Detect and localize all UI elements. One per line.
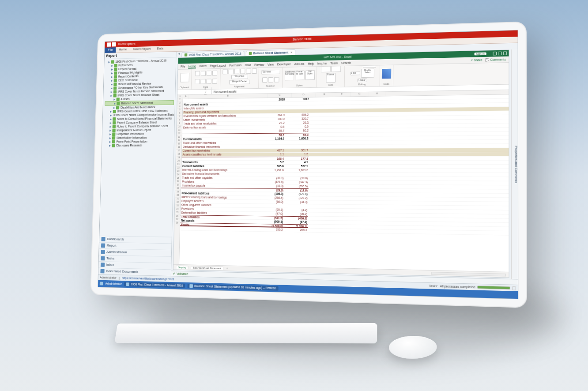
properties-panel-tab[interactable]: Properties and Comments xyxy=(511,49,518,279)
qa-save-icon[interactable] xyxy=(112,42,116,47)
folder-icon xyxy=(117,102,120,105)
doc-icon xyxy=(249,52,252,55)
name-box[interactable] xyxy=(177,92,202,92)
format-icon[interactable]: Format xyxy=(326,73,335,83)
folder-icon xyxy=(112,140,115,143)
doc-icon xyxy=(126,282,130,286)
excel-tab[interactable]: Team xyxy=(330,61,338,64)
col-header[interactable]: C xyxy=(268,94,292,98)
folder-icon xyxy=(114,75,117,79)
folder-icon xyxy=(113,125,116,128)
excel-tab[interactable]: Formulas xyxy=(230,64,242,67)
progress-bar xyxy=(477,286,510,289)
excel-tab[interactable]: Insert xyxy=(199,64,206,68)
taskbar-user: Administrator xyxy=(105,282,122,286)
folder-icon xyxy=(113,86,117,90)
cell-styles-icon[interactable]: Cell Styles xyxy=(305,71,315,80)
win-close-icon[interactable] xyxy=(503,52,507,55)
taskbar-button[interactable]: Balance Sheet Statement (updated 18 minu… xyxy=(188,284,279,291)
app-icon xyxy=(107,42,111,47)
table-row[interactable]: Total assets5.74.1 xyxy=(181,161,509,165)
nav-icon xyxy=(101,263,105,267)
doc-icon xyxy=(185,53,188,56)
folder-icon xyxy=(113,83,117,86)
folder-icon xyxy=(112,144,115,147)
folder-icon xyxy=(113,110,116,113)
status-url: https://cdmserver/disclosuremanagement xyxy=(122,276,174,281)
excel-tab[interactable]: Search xyxy=(341,61,351,64)
excel-tab[interactable]: Review xyxy=(254,63,264,66)
ideas-icon[interactable] xyxy=(382,69,391,79)
comments-button[interactable]: 💬 Comments xyxy=(485,58,506,62)
folder-icon xyxy=(114,68,117,71)
hscroll[interactable] xyxy=(431,272,506,276)
folder-icon xyxy=(113,117,116,121)
doc-icon xyxy=(190,284,193,288)
nav-icon xyxy=(101,243,105,248)
app-title: Server CDM xyxy=(293,37,312,41)
col-header[interactable]: G xyxy=(351,92,368,97)
excel-tab[interactable]: View xyxy=(268,63,274,66)
col-header[interactable]: D xyxy=(292,93,316,98)
table-row[interactable]: 166.4177.3 xyxy=(181,156,509,161)
folder-icon xyxy=(111,60,114,64)
share-button[interactable]: ↗ Share xyxy=(470,58,482,62)
col-header[interactable]: F xyxy=(333,92,351,97)
excel-tab[interactable]: Page Layout xyxy=(210,64,226,68)
folder-icon xyxy=(114,64,117,68)
excel-tab[interactable]: Inquire xyxy=(317,62,327,65)
row-header[interactable]: 38 xyxy=(174,222,180,226)
folder-icon xyxy=(114,79,117,83)
paste-icon[interactable] xyxy=(180,73,189,83)
format-table-icon[interactable]: Format as Table xyxy=(295,71,305,80)
tab-file[interactable]: File xyxy=(105,47,116,53)
taskbar-button[interactable]: 1908 First Class Travellers - Annual 201… xyxy=(124,282,185,288)
nav-icon xyxy=(101,256,105,260)
nav-icon xyxy=(101,237,105,241)
folder-icon xyxy=(116,98,119,101)
excel-tab[interactable]: Home xyxy=(188,64,196,68)
tab-home[interactable]: Home xyxy=(116,47,130,53)
cond-format-icon[interactable]: Conditional Formatting xyxy=(284,71,294,81)
nav-footer: DashboardsReportAdministrationTasksInbox… xyxy=(98,236,172,276)
excel-tab[interactable]: Help xyxy=(308,62,314,65)
stop-icon[interactable] xyxy=(512,286,516,290)
sheet-tab[interactable]: Balance Sheet Statement xyxy=(191,266,223,270)
excel-document: w28.MM.xlsx - Excel Sign in FileHomeInse… xyxy=(173,49,509,278)
excel-tab[interactable]: Add-ins xyxy=(294,62,304,65)
folder-icon xyxy=(112,132,115,136)
excel-tab[interactable]: Developer xyxy=(277,62,291,66)
folder-icon xyxy=(113,121,116,124)
start-icon[interactable] xyxy=(100,282,103,286)
win-min-icon[interactable] xyxy=(493,52,497,55)
status-user: Administrator xyxy=(100,276,117,279)
sheet-tab[interactable]: Display xyxy=(176,265,188,269)
folder-icon xyxy=(112,129,115,132)
keyboard xyxy=(114,323,377,343)
back-icon[interactable]: ◀ xyxy=(178,53,180,58)
tree-item[interactable]: ▶Disclosure Research xyxy=(104,143,173,147)
nav-icon xyxy=(101,250,105,254)
signin-button[interactable]: Sign in xyxy=(474,52,486,55)
folder-icon xyxy=(112,136,115,140)
left-navigation: Report ▶ 1908 First Class Travellers - A… xyxy=(98,52,177,276)
spreadsheet-grid[interactable]: ABCDEFGH 20182017Non-current assetsIntan… xyxy=(179,90,509,272)
folder-icon xyxy=(113,94,117,98)
tab-data[interactable]: Data xyxy=(154,46,166,52)
nav-icon xyxy=(100,269,104,273)
folder-icon xyxy=(116,106,119,109)
quick-access-label: Recent options xyxy=(118,42,136,46)
excel-tab[interactable]: File xyxy=(181,65,185,68)
col-header[interactable]: A xyxy=(183,95,189,99)
folder-icon xyxy=(113,90,117,94)
right-pane: ◀ 1908 First Class Travellers - Annual 2… xyxy=(171,43,518,285)
folder-icon xyxy=(114,71,117,75)
win-max-icon[interactable] xyxy=(498,52,501,55)
report-tree[interactable]: ▶ 1908 First Class Travellers - Annual 2… xyxy=(99,58,176,237)
col-header[interactable]: E xyxy=(316,93,333,97)
col-header[interactable]: H xyxy=(368,92,386,96)
excel-tab[interactable]: Data xyxy=(245,63,251,66)
tab-insert-report[interactable]: Insert Report xyxy=(130,46,154,53)
